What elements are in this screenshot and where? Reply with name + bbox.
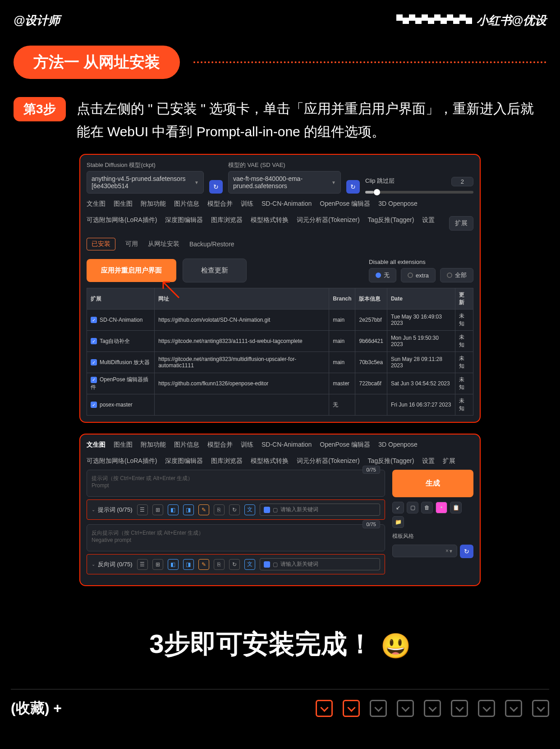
download-icon[interactable] — [451, 700, 468, 717]
download-icon[interactable] — [397, 700, 414, 717]
chevron-down-icon[interactable]: ⌄ — [92, 562, 95, 567]
tool-icon[interactable]: ✎ — [198, 504, 209, 515]
checker-pattern — [396, 18, 472, 24]
clip-slider[interactable] — [365, 191, 473, 194]
tool-icon[interactable]: ◨ — [183, 504, 194, 515]
checkbox-icon[interactable]: ✓ — [91, 338, 97, 344]
checkbox-icon[interactable]: ✓ — [91, 359, 97, 365]
tool-icon[interactable]: ◧ — [168, 504, 179, 515]
neg-prompt-toolbar: ⌄反向词 (0/75) ☰⊞ ◧◨ ✎ ⎘↻ 文 ▢请输入新关键词 — [87, 554, 385, 574]
subtab-available[interactable]: 可用 — [125, 240, 138, 248]
vae-label: 模型的 VAE (SD VAE) — [228, 161, 341, 169]
checkbox-icon[interactable]: ✓ — [91, 402, 97, 408]
download-icon[interactable] — [316, 700, 333, 717]
tool-icon[interactable]: ⊞ — [152, 504, 163, 515]
tool-icon[interactable]: 🗑 — [421, 502, 433, 513]
token-counter: 0/75 — [363, 466, 380, 474]
tool-icon[interactable]: ↙ — [392, 502, 404, 513]
tool-icon[interactable]: ◧ — [168, 559, 179, 570]
ckpt-select[interactable]: anything-v4.5-pruned.safetensors [6e430e… — [87, 171, 204, 194]
step-text: 点击左侧的 " 已安装 " 选项卡，单击「应用并重启用户界面」，重新进入后就能在… — [77, 97, 546, 143]
tab-extensions[interactable]: 扩展 — [449, 216, 473, 231]
token-counter: 0/75 — [363, 520, 380, 528]
tool-icon[interactable]: ☰ — [137, 559, 148, 570]
smile-emoji-icon: 😃 — [381, 632, 411, 659]
check-update-button[interactable]: 检查更新 — [183, 259, 247, 282]
table-row: ✓OpenPose 编辑器插件https://github.com/fkunn1… — [87, 373, 473, 394]
tool-icon[interactable]: ✎ — [198, 559, 209, 570]
tool-icon[interactable]: • — [436, 502, 447, 513]
keyword-input[interactable]: ▢请输入新关键词 — [260, 558, 380, 570]
style-select[interactable]: × ▼ — [392, 545, 457, 557]
tool-icon[interactable]: ⊞ — [152, 559, 163, 570]
neg-prompt-textarea[interactable]: 0/75 反向提示词（按 Ctrl+Enter 或 Alt+Enter 生成） … — [87, 524, 385, 551]
table-row: ✓Tag自动补全https://gitcode.net/ranting8323/… — [87, 331, 473, 352]
vae-select[interactable]: vae-ft-mse-840000-ema-pruned.safetensors… — [228, 171, 341, 194]
tool-icon[interactable]: ◨ — [183, 559, 194, 570]
download-icon[interactable] — [343, 700, 360, 717]
table-row: ✓posex-master无Fri Jun 16 06:37:27 2023未知 — [87, 394, 473, 416]
main-tabs: 文生图图生图附加功能图片信息模型合并训练SD-CN-AnimationOpenP… — [87, 200, 473, 231]
tool-icon[interactable]: ↻ — [229, 504, 240, 515]
keyword-input[interactable]: ▢请输入新关键词 — [260, 504, 380, 516]
tool-icon[interactable]: 文 — [244, 504, 255, 515]
clip-value[interactable]: 2 — [451, 177, 473, 186]
header-right: 小红书@优设 — [396, 13, 546, 28]
ckpt-label: Stable Diffusion 模型(ckpt) — [87, 161, 204, 169]
table-row: ✓SD-CN-Animationhttps://github.com/volot… — [87, 310, 473, 331]
main-tabs-2: 文生图图生图附加功能图片信息模型合并训练SD-CN-AnimationOpenP… — [87, 441, 473, 465]
disable-ext-label: Disable all extensions — [369, 259, 473, 265]
subtab-from-url[interactable]: 从网址安装 — [148, 240, 179, 248]
checkbox-icon[interactable]: ✓ — [91, 317, 97, 323]
radio-extra[interactable]: extra — [401, 268, 436, 282]
refresh-icon[interactable]: ↻ — [346, 180, 360, 194]
download-icon[interactable] — [532, 700, 549, 717]
completion-heading: 3步即可安装完成！ 😃 — [0, 627, 560, 662]
divider-dots — [193, 61, 546, 63]
header-left: @设计师 — [14, 13, 60, 28]
method-pill: 方法一 从网址安装 — [14, 46, 180, 79]
favorite-label: (收藏) + — [11, 698, 62, 718]
subtab-backup[interactable]: Backup/Restore — [189, 240, 234, 248]
tool-icon[interactable]: ⎘ — [214, 559, 225, 570]
tool-icon[interactable]: ☰ — [137, 504, 148, 515]
tool-icon[interactable]: ⎘ — [214, 504, 225, 515]
screenshot-panel-2: 文生图图生图附加功能图片信息模型合并训练SD-CN-AnimationOpenP… — [79, 434, 481, 586]
step-badge: 第3步 — [14, 97, 66, 121]
screenshot-panel-1: Stable Diffusion 模型(ckpt) anything-v4.5-… — [79, 154, 481, 423]
clip-label: Clip 跳过层 — [365, 177, 395, 186]
prompt-toolbar: ⌄提示词 (0/75) ☰⊞ ◧◨ ✎ ⎘↻ 文 ▢请输入新关键词 — [87, 499, 385, 520]
tool-icon[interactable]: 文 — [244, 559, 255, 570]
subtab-installed[interactable]: 已安装 — [87, 238, 115, 250]
download-icon[interactable] — [370, 700, 387, 717]
checkbox-icon[interactable] — [264, 507, 270, 513]
table-row: ✓MultiDiffusion 放大器https://gitcode.net/r… — [87, 352, 473, 373]
refresh-icon[interactable]: ↻ — [209, 180, 223, 194]
apply-restart-button[interactable]: 应用并重启用户界面 — [87, 259, 176, 282]
generate-button[interactable]: 生成 — [392, 470, 473, 497]
chevron-down-icon[interactable]: ⌄ — [92, 507, 95, 512]
download-icon[interactable] — [424, 700, 441, 717]
download-icon[interactable] — [478, 700, 495, 717]
style-label: 模板风格 — [392, 532, 473, 540]
radio-none[interactable]: 无 — [369, 268, 396, 282]
checkbox-icon[interactable]: ✓ — [91, 377, 97, 383]
radio-all[interactable]: 全部 — [440, 268, 473, 282]
refresh-icon[interactable]: ↻ — [460, 545, 473, 558]
tool-icon[interactable]: 📁 — [392, 516, 404, 528]
tool-icon[interactable]: ▢ — [407, 502, 418, 513]
prompt-textarea[interactable]: 0/75 提示词（按 Ctrl+Enter 或 Alt+Enter 生成） Pr… — [87, 470, 385, 497]
download-icons — [316, 700, 549, 717]
checkbox-icon[interactable] — [264, 561, 270, 568]
tool-icon[interactable]: 📋 — [450, 502, 462, 513]
download-icon[interactable] — [505, 700, 522, 717]
extensions-table: 扩展网址Branch版本信息Date更新 ✓SD-CN-Animationhtt… — [87, 288, 473, 416]
tool-icon[interactable]: ↻ — [229, 559, 240, 570]
